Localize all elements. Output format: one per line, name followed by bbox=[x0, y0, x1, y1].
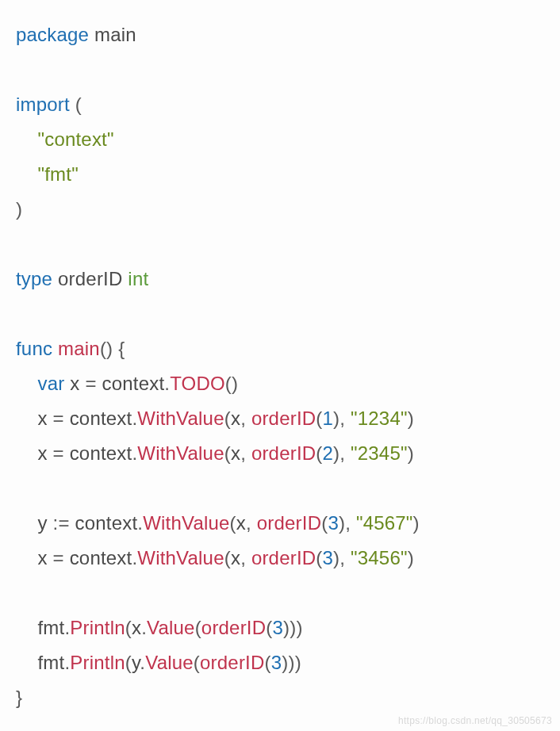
arg-x: x bbox=[231, 442, 240, 464]
paren-open: ( bbox=[316, 442, 322, 464]
arg-x: x bbox=[231, 408, 240, 429]
var-x: x bbox=[70, 373, 79, 394]
var-x: x bbox=[37, 442, 47, 464]
paren-open: ( bbox=[224, 408, 231, 429]
num-3: 3 bbox=[323, 547, 334, 568]
fn-value: Value bbox=[147, 617, 195, 638]
paren-close: ) bbox=[413, 512, 420, 534]
paren-close: ) bbox=[408, 547, 414, 568]
comma: , bbox=[240, 442, 246, 464]
comma: , bbox=[339, 442, 345, 464]
comma: , bbox=[339, 408, 345, 429]
type-name: orderID bbox=[58, 268, 122, 289]
str-3456: "3456" bbox=[351, 547, 408, 568]
import-context: "context" bbox=[37, 128, 113, 150]
comma: , bbox=[345, 512, 351, 534]
str-2345: "2345" bbox=[351, 442, 408, 464]
paren-open: ( bbox=[194, 652, 200, 673]
num-1: 1 bbox=[323, 408, 334, 429]
orderid: orderID bbox=[257, 512, 321, 534]
brace-open: { bbox=[118, 338, 125, 359]
paren-close: ) bbox=[408, 442, 414, 464]
eq: = bbox=[85, 373, 96, 394]
paren-close: ) bbox=[339, 512, 345, 534]
var-y: y bbox=[132, 652, 140, 673]
func-main: main bbox=[58, 338, 100, 359]
ctx: context bbox=[102, 373, 164, 394]
paren-open: ( bbox=[230, 512, 236, 534]
orderid: orderID bbox=[251, 442, 316, 464]
watermark: https://blog.csdn.net/qq_30505673 bbox=[398, 715, 552, 726]
fn-println: Println bbox=[70, 617, 125, 638]
fn-withvalue: WithValue bbox=[137, 547, 224, 568]
paren-open: ( bbox=[316, 408, 322, 429]
paren-close: ) bbox=[16, 198, 22, 220]
orderid: orderID bbox=[201, 617, 266, 638]
fn-value: Value bbox=[145, 652, 194, 673]
ctx: context bbox=[70, 408, 132, 429]
dot: . bbox=[141, 617, 147, 638]
comma: , bbox=[339, 547, 345, 568]
fmt: fmt bbox=[37, 617, 64, 638]
var-x: x bbox=[37, 408, 47, 429]
eq: = bbox=[53, 408, 64, 429]
paren-open: ( bbox=[316, 547, 322, 568]
fn-withvalue: WithValue bbox=[143, 512, 229, 534]
arg-x: x bbox=[236, 512, 246, 534]
var-x: x bbox=[37, 547, 47, 568]
code-block: package main import ( "context" "fmt" ) … bbox=[0, 0, 560, 731]
kw-package: package bbox=[16, 24, 89, 45]
num-3: 3 bbox=[272, 617, 283, 638]
orderid: orderID bbox=[251, 408, 316, 429]
paren-open: ( bbox=[224, 547, 231, 568]
num-2: 2 bbox=[323, 442, 334, 464]
eq: = bbox=[53, 547, 64, 568]
import-fmt: "fmt" bbox=[37, 163, 78, 185]
coloneq: := bbox=[53, 512, 70, 534]
kw-var: var bbox=[37, 373, 64, 394]
paren: () bbox=[100, 338, 113, 359]
paren-open: ( bbox=[224, 442, 231, 464]
comma: , bbox=[240, 547, 246, 568]
ctx: context bbox=[70, 547, 132, 568]
num-3: 3 bbox=[328, 512, 339, 534]
fn-withvalue: WithValue bbox=[137, 408, 224, 429]
kw-import: import bbox=[16, 94, 70, 115]
eq: = bbox=[53, 442, 64, 464]
paren: () bbox=[225, 373, 238, 394]
arg-x: x bbox=[231, 547, 240, 568]
fn-todo: TODO bbox=[170, 373, 225, 394]
paren-open: ( bbox=[75, 94, 82, 115]
fn-println: Println bbox=[70, 652, 125, 673]
var-x: x bbox=[132, 617, 141, 638]
comma: , bbox=[246, 512, 251, 534]
var-y: y bbox=[37, 512, 47, 534]
paren-open: ( bbox=[125, 652, 132, 673]
pkg-name: main bbox=[94, 24, 136, 45]
paren-close: ))) bbox=[282, 652, 301, 673]
fn-withvalue: WithValue bbox=[137, 442, 224, 464]
paren-close: ))) bbox=[283, 617, 303, 638]
paren-open: ( bbox=[125, 617, 132, 638]
paren-close: ) bbox=[408, 408, 414, 429]
ctx: context bbox=[75, 512, 138, 534]
str-4567: "4567" bbox=[356, 512, 413, 534]
comma: , bbox=[240, 408, 246, 429]
paren-open: ( bbox=[195, 617, 201, 638]
str-1234: "1234" bbox=[351, 408, 408, 429]
orderid: orderID bbox=[251, 547, 316, 568]
kw-type: type bbox=[16, 268, 52, 289]
fmt: fmt bbox=[37, 652, 64, 673]
paren-open: ( bbox=[264, 652, 270, 673]
ctx: context bbox=[70, 442, 132, 464]
brace-close: } bbox=[16, 687, 22, 708]
num-3: 3 bbox=[271, 652, 282, 673]
type-base: int bbox=[128, 268, 148, 289]
orderid: orderID bbox=[200, 652, 264, 673]
kw-func: func bbox=[16, 338, 52, 359]
